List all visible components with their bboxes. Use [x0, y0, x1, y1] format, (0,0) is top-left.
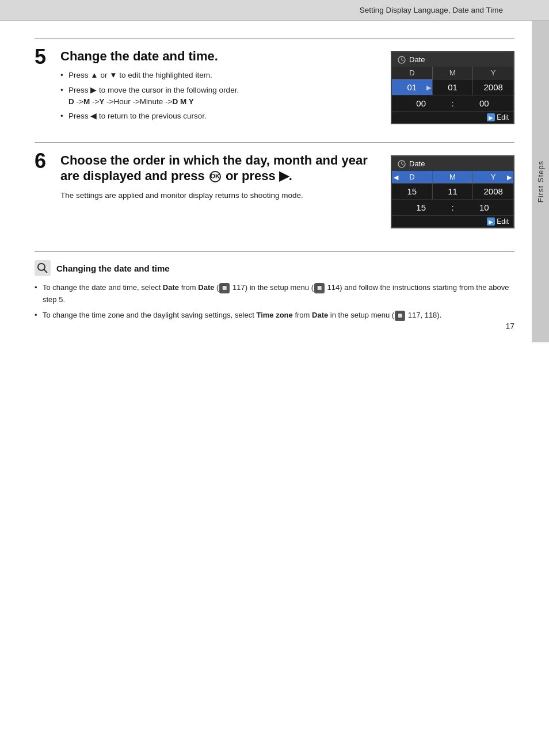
clock-icon: [398, 56, 406, 64]
step-5-date-row: 01 ▶ 01 2008: [392, 79, 513, 95]
col-y-5: Y: [473, 67, 513, 79]
bottom-title-row: Changing the date and time: [35, 260, 514, 276]
step-6-cell-hour: 15: [392, 200, 450, 215]
step-6-time-row: 15 : 10: [392, 199, 513, 215]
step-6-number: 6: [35, 151, 60, 171]
step-5-panel-cols: D M Y: [392, 67, 513, 79]
step-6-panel-footer: ▶ Edit: [392, 215, 513, 227]
step-5-cell-minute: 00: [455, 96, 513, 111]
bottom-section: Changing the date and time To change the…: [35, 251, 514, 321]
svg-line-2: [402, 60, 403, 61]
step-6-panel-cols: ◀ D M Y ▶: [392, 171, 513, 184]
bottom-bullet-1: To change the date and time, select Date…: [35, 282, 514, 306]
time-colon-6: :: [450, 203, 455, 212]
svg-line-7: [44, 270, 48, 273]
col-y-6: Y ▶: [473, 171, 513, 183]
step-5-panel-header: Date: [392, 52, 513, 67]
svg-line-5: [402, 164, 403, 165]
step-6-title: Choose the order in which the day, month…: [60, 153, 379, 184]
page-content: 5 Change the date and time. Press ▲ or ▼…: [0, 21, 549, 342]
bottom-bullets: To change the date and time, select Date…: [35, 282, 514, 321]
step-6-cell-minute: 10: [455, 200, 513, 215]
col-d-5: D: [392, 67, 433, 79]
step-6-cell-year: 2008: [473, 184, 513, 199]
svg-point-6: [38, 264, 45, 270]
step-6-edit-btn: ▶ Edit: [396, 217, 509, 226]
step-6-panel: Date ◀ D M Y ▶ 15: [391, 153, 514, 228]
col-m-6: M: [433, 171, 474, 183]
step-5-cell-day: 01 ▶: [392, 79, 433, 95]
bottom-title: Changing the date and time: [56, 264, 170, 273]
step-6-panel-header: Date: [392, 156, 513, 171]
ref-icon-2: 🔲: [314, 283, 325, 293]
arrow-right-indicator: ▶: [426, 83, 431, 91]
page-header: Setting Display Language, Date and Time: [0, 0, 549, 21]
step-6-section: 6 Choose the order in which the day, mon…: [35, 142, 514, 228]
step-5-bullet-1: Press ▲ or ▼ to edit the highlighted ite…: [60, 70, 379, 81]
bottom-bullet-2: To change the time zone and the daylight…: [35, 310, 514, 322]
step-5-cell-year: 2008: [473, 79, 513, 95]
clock-icon-6: [398, 160, 406, 168]
step-5-cell-hour: 00: [392, 96, 450, 111]
step-6-body: Choose the order in which the day, month…: [60, 153, 391, 201]
step-5-number: 5: [35, 47, 60, 67]
col-d-6: ◀ D: [392, 171, 433, 183]
step-5-cell-month: 01: [433, 79, 474, 95]
step-5-title: Change the date and time.: [60, 49, 379, 64]
step-6-cell-month: 11: [433, 184, 474, 199]
ref-icon-3: 🔲: [395, 311, 405, 321]
step-5-date-panel: Date D M Y 01 ▶ 01 2008: [391, 51, 514, 124]
step-6-description: The settings are applied and monitor dis…: [60, 189, 379, 202]
edit-icon-6: ▶: [487, 217, 495, 226]
col-m-5: M: [433, 67, 474, 79]
step-5-panel: Date D M Y 01 ▶ 01 2008: [391, 49, 514, 124]
page-header-title: Setting Display Language, Date and Time: [360, 6, 503, 14]
bottom-icon: [35, 260, 51, 276]
sidebar: First Steps: [532, 21, 549, 342]
step-5-body: Change the date and time. Press ▲ or ▼ t…: [60, 49, 391, 125]
step-5-panel-label: Date: [409, 55, 425, 64]
step-5-bullets: Press ▲ or ▼ to edit the highlighted ite…: [60, 70, 379, 122]
time-colon-5: :: [450, 98, 455, 108]
magnifier-icon: [37, 262, 48, 274]
edit-icon-5: ▶: [487, 113, 495, 121]
step-5-edit-btn: ▶ Edit: [396, 113, 509, 121]
page-number: 17: [505, 322, 514, 331]
step-5-section: 5 Change the date and time. Press ▲ or ▼…: [35, 38, 514, 125]
step-5-bullet-3: Press ◀ to return to the previous cursor…: [60, 110, 379, 122]
step-6-panel-label: Date: [409, 159, 425, 168]
step-5-bullet-2: Press ▶ to move the cursor in the follow…: [60, 85, 379, 108]
step-5-time-row: 00 : 00: [392, 95, 513, 111]
ok-button-icon: OK: [209, 171, 221, 182]
step-6-date-row: 15 11 2008: [392, 184, 513, 199]
step-5-panel-footer: ▶ Edit: [392, 111, 513, 123]
ref-icon-1: 🔲: [219, 283, 230, 293]
sidebar-label: First Steps: [536, 161, 545, 203]
step-6-date-panel: Date ◀ D M Y ▶ 15: [391, 155, 514, 228]
step-6-cell-day: 15: [392, 184, 433, 199]
